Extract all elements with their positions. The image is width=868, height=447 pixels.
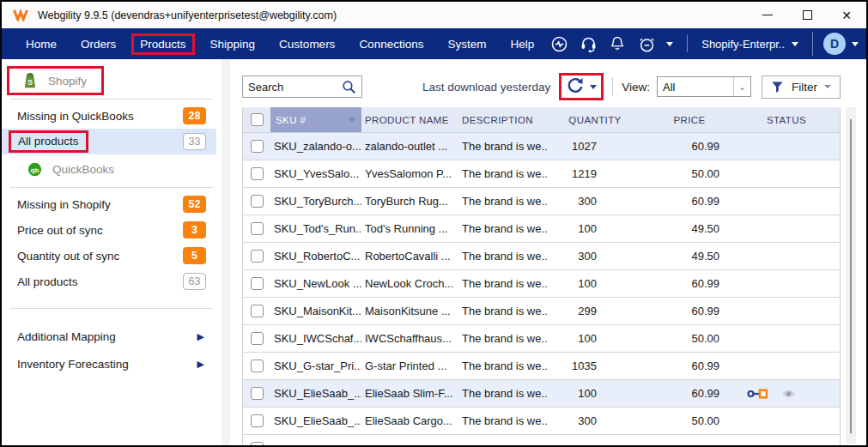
view-dropdown-value: All xyxy=(663,81,675,94)
checkbox[interactable] xyxy=(251,250,264,263)
sidebar-link-additional-mapping[interactable]: Additional Mapping▶ xyxy=(2,323,216,350)
table-row[interactable]: SKU_MaisonKit...MaisonKitsune ...The bra… xyxy=(243,298,840,325)
column-header-quantity[interactable]: QUANTITY xyxy=(548,115,642,125)
table-row[interactable]: SKU_Tod's_Run...Tod's Running ...The bra… xyxy=(243,215,840,243)
nav-item-connections[interactable]: Connections xyxy=(347,33,435,55)
store-selector-dropdown[interactable]: Shopify-Enterpr.. xyxy=(698,38,802,51)
sidebar-item-price-out-of-sync[interactable]: Price out of sync3 xyxy=(2,217,216,243)
count-badge: 33 xyxy=(183,133,206,150)
table-row[interactable]: SKU_ElieSaab_...ElieSaab Cargo...The bra… xyxy=(243,408,840,435)
product-name-cell: IWCSchaffhaus... xyxy=(361,332,458,345)
checkbox[interactable] xyxy=(251,222,264,235)
nav-item-home[interactable]: Home xyxy=(14,33,69,55)
sidebar-item-label: Quantity out of sync xyxy=(17,250,119,263)
sidebar-scrollbar[interactable] xyxy=(222,59,230,445)
product-name-cell: Tod's Running ... xyxy=(361,222,458,235)
sidebar-item-label: Price out of sync xyxy=(17,224,103,237)
nav-item-customers[interactable]: Customers xyxy=(267,33,347,55)
row-checkbox-cell xyxy=(243,442,270,445)
table-row-partial[interactable] xyxy=(243,435,840,445)
checkbox[interactable] xyxy=(251,113,264,126)
minimize-button[interactable] xyxy=(748,2,787,28)
sidebar-item-missing-in-shopify[interactable]: Missing in Shopify52 xyxy=(2,191,216,217)
nav-item-system[interactable]: System xyxy=(435,33,498,55)
filter-button[interactable]: Filter xyxy=(762,76,841,99)
nav-item-products[interactable]: Products xyxy=(131,33,194,55)
checkbox[interactable] xyxy=(251,359,264,372)
table-row[interactable]: SKU_RobertoC...RobertoCavalli ...The bra… xyxy=(243,243,840,270)
eye-icon[interactable] xyxy=(781,389,796,399)
nav-item-shipping[interactable]: Shipping xyxy=(198,33,268,55)
table-row[interactable]: SKU_YvesSalo...YvesSalomon P...The brand… xyxy=(243,160,840,188)
table-row[interactable]: SKU_zalando-o...zalando-outlet ...The br… xyxy=(243,133,840,160)
checkbox[interactable] xyxy=(251,414,264,427)
quantity-cell: 299 xyxy=(548,305,642,317)
nav-item-help[interactable]: Help xyxy=(498,33,546,55)
column-header-sku[interactable]: SKU # xyxy=(270,107,361,132)
activity-icon[interactable] xyxy=(546,33,572,54)
sidebar-store-shopify[interactable]: SShopify xyxy=(7,66,104,95)
view-label: View: xyxy=(622,81,650,94)
description-cell: The brand is we... xyxy=(458,305,548,317)
sidebar-item-all-products[interactable]: All products33 xyxy=(2,129,216,154)
table-row[interactable]: SKU_NewLook ...NewLook Croch...The brand… xyxy=(243,270,840,298)
row-checkbox-cell xyxy=(243,113,270,126)
table-row[interactable]: SKU_G-star_Pri...G-star Printed ...The b… xyxy=(243,353,840,380)
price-cell: 60.99 xyxy=(642,359,737,372)
sidebar-item-missing-in-quickbooks[interactable]: Missing in QuickBooks28 xyxy=(2,103,216,129)
maximize-button[interactable] xyxy=(787,2,827,28)
table-row[interactable]: SKU_IWCSchaf...IWCSchaffhaus...The brand… xyxy=(243,325,840,353)
sort-arrow-icon[interactable] xyxy=(348,118,356,123)
products-table: SKU #PRODUCT NAMEDESCRIPTIONQUANTITYPRIC… xyxy=(242,107,841,445)
toolbar-divider xyxy=(612,77,613,96)
table-scrollbar-thumb[interactable] xyxy=(850,119,852,433)
status-cell xyxy=(737,389,840,399)
view-dropdown[interactable]: All ⌄ xyxy=(657,76,751,97)
count-badge: 28 xyxy=(183,107,206,124)
column-header-price[interactable]: PRICE xyxy=(642,115,737,125)
row-checkbox-cell xyxy=(243,277,270,290)
snooze-clock-icon[interactable] xyxy=(634,33,659,54)
checkbox[interactable] xyxy=(251,140,264,153)
checkbox[interactable] xyxy=(251,305,264,317)
headset-icon[interactable] xyxy=(575,33,601,54)
sidebar-item-quantity-out-of-sync[interactable]: Quantity out of sync5 xyxy=(2,243,216,269)
search-icon[interactable] xyxy=(342,80,356,94)
close-button[interactable]: ✕ xyxy=(827,2,866,28)
user-menu[interactable]: D xyxy=(823,33,860,55)
sidebar-store-quickbooks[interactable]: qbQuickBooks xyxy=(2,154,216,184)
checkbox[interactable] xyxy=(251,387,264,400)
search-input[interactable] xyxy=(248,81,342,94)
checkbox[interactable] xyxy=(251,277,264,290)
sidebar-item-all-products[interactable]: All products63 xyxy=(2,269,216,294)
table-row[interactable]: SKU_ElieSaab_...ElieSaab Slim-F...The br… xyxy=(243,380,840,408)
sidebar-link-inventory-forecasting[interactable]: Inventory Forecasting▶ xyxy=(2,350,216,378)
refresh-icon[interactable] xyxy=(566,77,585,96)
notifications-icon[interactable] xyxy=(604,33,630,54)
toolbar: Last download yesterday View: All ⌄ xyxy=(242,75,841,99)
checkbox[interactable] xyxy=(251,332,264,345)
nav-item-orders[interactable]: Orders xyxy=(69,33,128,55)
checkbox[interactable] xyxy=(251,167,264,180)
checkbox[interactable] xyxy=(251,195,264,208)
table-scrollbar[interactable] xyxy=(846,107,856,444)
sidebar-store-label: Shopify xyxy=(48,75,87,88)
column-header-description[interactable]: DESCRIPTION xyxy=(458,115,548,125)
description-cell: The brand is we... xyxy=(458,195,548,208)
product-name-cell: ElieSaab Slim-F... xyxy=(361,387,458,400)
snooze-dropdown-caret-icon[interactable] xyxy=(663,33,677,54)
mapping-link-icon[interactable] xyxy=(747,389,768,399)
checkbox[interactable] xyxy=(251,442,264,445)
nav-divider xyxy=(812,32,813,56)
count-badge: 5 xyxy=(183,247,206,264)
filter-funnel-icon xyxy=(771,81,785,94)
count-badge: 52 xyxy=(183,196,206,213)
nav-divider xyxy=(687,35,688,52)
column-header-status[interactable]: STATUS xyxy=(737,115,840,125)
svg-text:S: S xyxy=(27,78,33,87)
description-cell: The brand is we... xyxy=(458,359,548,372)
table-row[interactable]: SKU_ToryBurch...ToryBurch Rug...The bran… xyxy=(243,188,840,215)
refresh-dropdown-caret-icon[interactable] xyxy=(590,85,597,89)
column-header-product-name[interactable]: PRODUCT NAME xyxy=(361,115,458,125)
title-bar: Webgility 9.9.5 (devendras+unifyenterpri… xyxy=(2,2,866,28)
